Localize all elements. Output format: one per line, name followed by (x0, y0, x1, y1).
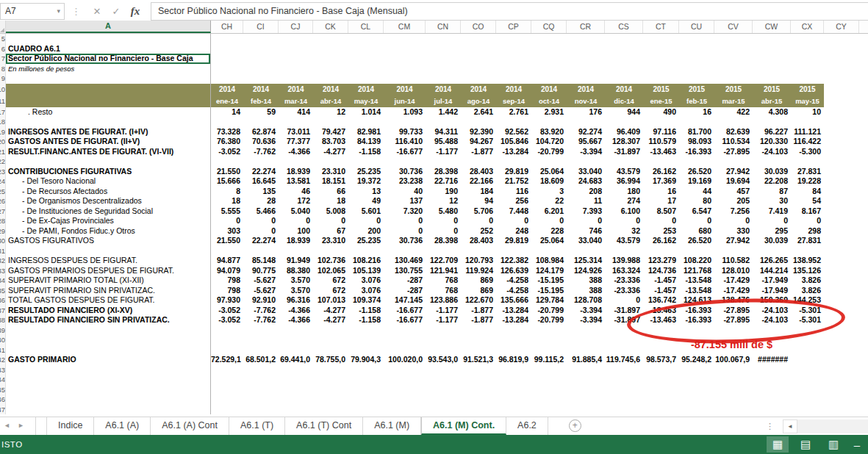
cell[interactable]: 25.235 (348, 167, 384, 177)
cell[interactable]: 0 (714, 216, 753, 226)
cell[interactable]: -20.799 (531, 147, 567, 157)
cell-label[interactable]: En millones de pesos (6, 64, 211, 74)
hscroll-left-icon[interactable]: ◄ (783, 419, 797, 433)
cell[interactable]: 672 (313, 275, 348, 286)
column-header-CW[interactable]: CW (753, 21, 791, 33)
cell[interactable]: 798 (211, 286, 243, 296)
cell[interactable]: 2015 (753, 84, 791, 96)
cell[interactable]: 256 (496, 196, 531, 206)
cell[interactable]: -287 (384, 286, 426, 296)
column-header-A[interactable]: A (6, 21, 211, 33)
cell-label[interactable]: TOTAL GASTOS DESPUES DE FIGURAT. (6, 295, 211, 306)
cell[interactable]: 25.064 (531, 236, 567, 246)
cell[interactable]: 228 (531, 226, 567, 237)
cell[interactable]: 43.579 (605, 167, 643, 177)
cell[interactable]: 944 (605, 107, 643, 118)
column-header-CS[interactable]: CS (605, 21, 643, 33)
cell[interactable]: 2.761 (496, 107, 531, 118)
sheet-tab-a6-1-t[interactable]: A6.1 (T) (229, 417, 285, 435)
cell[interactable]: 2014 (531, 84, 567, 96)
cell[interactable]: 69.441,0 (279, 355, 313, 365)
row-header[interactable]: 19 (0, 127, 6, 137)
cell-label[interactable] (6, 405, 211, 415)
cell[interactable]: 122.709 (426, 256, 461, 266)
cell[interactable]: 2014 (384, 84, 426, 96)
cell[interactable]: 130.469 (384, 256, 426, 266)
cell[interactable]: 184 (461, 187, 496, 197)
cell[interactable]: 0 (605, 216, 643, 226)
cell[interactable]: 16 (679, 107, 714, 118)
cell[interactable]: 2014 (605, 84, 643, 96)
cell[interactable]: 8.167 (791, 206, 824, 217)
column-header-CQ[interactable]: CQ (531, 21, 567, 33)
cell-label[interactable]: RESULT.FINANC.ANTES DE FIGURAT. (VI-VII) (6, 147, 211, 157)
cell[interactable]: 28.398 (426, 236, 461, 246)
cell[interactable]: -1.158 (348, 306, 384, 316)
cell[interactable]: -1.177 (426, 315, 461, 325)
name-box-dropdown-icon[interactable]: ▾ (53, 7, 64, 15)
cell[interactable]: 119.745,6 (605, 355, 643, 365)
cell[interactable]: 30 (753, 196, 791, 206)
cell[interactable]: 108.984 (531, 256, 567, 266)
normal-view-icon[interactable]: ▦ (767, 436, 789, 453)
cell-label[interactable] (6, 365, 211, 375)
cell[interactable]: 67 (313, 226, 348, 237)
empty-cells[interactable] (211, 365, 868, 375)
cell[interactable]: 36.994 (605, 176, 643, 187)
cell[interactable]: 26.520 (679, 236, 714, 246)
cell[interactable]: -7.762 (243, 306, 279, 316)
cell[interactable]: jun-14 (384, 96, 426, 107)
cell[interactable]: 2015 (791, 84, 824, 96)
cell[interactable]: 0 (531, 216, 567, 226)
cell[interactable]: 25.064 (531, 167, 567, 177)
cell[interactable]: 123.886 (426, 295, 461, 306)
cell[interactable]: 26.162 (643, 236, 679, 246)
annotation-text[interactable]: -87.155 mill de $ (656, 339, 807, 350)
cell[interactable]: -13.548 (679, 286, 714, 296)
cell[interactable]: -5.627 (243, 286, 279, 296)
cell-label[interactable]: RESULTADO FINANCIERO SIN PRIVATIZAC. (6, 315, 211, 325)
column-header-CH[interactable]: CH (211, 21, 243, 33)
cell[interactable]: -13.548 (679, 275, 714, 286)
cell[interactable]: 23.238 (384, 176, 426, 187)
cell[interactable]: 137 (384, 196, 426, 206)
cell[interactable] (824, 187, 859, 197)
cell[interactable]: 295 (753, 226, 791, 237)
cell[interactable]: 18.939 (279, 167, 313, 177)
sheet-tab-a6-2[interactable]: A6.2 (506, 417, 548, 435)
cell[interactable]: 135.126 (791, 266, 824, 276)
cell[interactable]: 30.736 (384, 167, 426, 177)
empty-cells[interactable] (211, 44, 868, 54)
cell[interactable]: 252 (461, 226, 496, 237)
cell[interactable]: 144.214 (753, 266, 791, 276)
cell[interactable]: 110.534 (714, 137, 753, 147)
cell[interactable] (824, 295, 859, 306)
cell[interactable]: 28.403 (461, 167, 496, 177)
cell[interactable]: 66 (313, 187, 348, 197)
cell[interactable]: 94.079 (211, 266, 243, 276)
cell[interactable]: 108.220 (679, 256, 714, 266)
cell[interactable]: 128.708 (567, 295, 605, 306)
cell[interactable]: -1.877 (461, 315, 496, 325)
cell[interactable]: 248 (496, 226, 531, 237)
cell-label[interactable]: . Resto (6, 107, 211, 118)
row-header[interactable]: 41 (0, 345, 6, 356)
cell[interactable]: -1.457 (643, 275, 679, 286)
row-header[interactable]: 21 (0, 147, 6, 157)
cell[interactable]: 105.846 (496, 137, 531, 147)
cell[interactable]: -16.677 (384, 147, 426, 157)
cell-label[interactable] (6, 335, 211, 345)
row-header[interactable]: 35 (0, 286, 6, 296)
cell[interactable]: 83.703 (313, 137, 348, 147)
cell[interactable]: 99.733 (384, 127, 426, 137)
cell[interactable]: 130.755 (384, 266, 426, 276)
cell[interactable]: dic-14 (605, 96, 643, 107)
cell[interactable]: -3.052 (211, 315, 243, 325)
cell[interactable]: 135 (243, 187, 279, 197)
cell[interactable]: 92.390 (461, 127, 496, 137)
empty-cells[interactable] (211, 117, 868, 127)
cell[interactable]: -1.877 (461, 147, 496, 157)
cell[interactable]: 21.550 (211, 236, 243, 246)
new-sheet-button[interactable]: + (569, 419, 581, 432)
cell[interactable] (824, 84, 859, 96)
